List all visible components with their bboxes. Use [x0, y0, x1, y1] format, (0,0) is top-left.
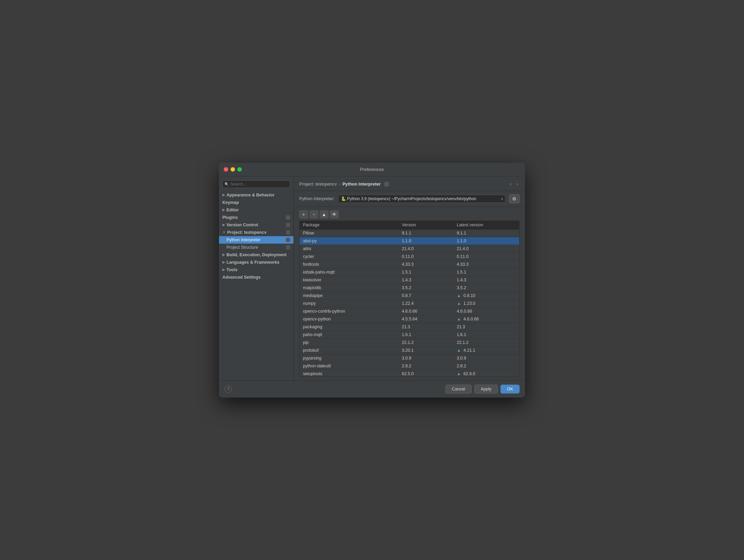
table-row[interactable]: matplotlib3.5.23.5.2 — [300, 284, 519, 292]
package-name: paho-mqtt — [300, 331, 399, 338]
search-icon: 🔍 — [224, 182, 229, 186]
sidebar-item-keymap[interactable]: Keymap — [219, 199, 293, 206]
sidebar-item-label: Project Structure — [226, 245, 258, 250]
packages-toolbar: + − ▲ 👁 — [299, 210, 520, 218]
table-row[interactable]: pip22.1.222.1.2 — [300, 338, 519, 346]
package-version: 0.11.0 — [399, 252, 454, 260]
help-button[interactable]: ? — [224, 385, 232, 393]
sidebar-badge-icon — [286, 245, 290, 249]
sidebar-item-label: Plugins — [222, 215, 238, 220]
table-row[interactable]: numpy1.22.4▲ 1.23.0 — [300, 299, 519, 307]
sidebar-item-tools[interactable]: ▶Tools — [219, 266, 293, 274]
content-area: Project: testopencv › Python Interpreter… — [294, 176, 525, 380]
table-row[interactable]: absl-py1.1.01.1.0 — [300, 237, 519, 245]
col-header-0: Package — [300, 221, 399, 229]
table-header-row: PackageVersionLatest version — [300, 221, 519, 229]
packages-tbody: Pillow9.1.19.1.1absl-py1.1.01.1.0attrs21… — [300, 229, 519, 377]
nav-back-button[interactable]: ‹ — [508, 180, 513, 188]
packages-section: + − ▲ 👁 PackageVersionLatest version Pil… — [294, 207, 525, 380]
sidebar-items-container: ▶Appearance & BehaviorKeymap▶EditorPlugi… — [219, 191, 293, 281]
package-latest: ▲ 4.21.1 — [453, 346, 519, 354]
sidebar-item-label: Tools — [226, 267, 237, 272]
maximize-button[interactable] — [237, 167, 242, 172]
upgrade-arrow-icon: ▲ — [457, 301, 462, 306]
interpreter-label: Python Interpreter: — [299, 196, 335, 201]
content-header: Project: testopencv › Python Interpreter… — [294, 176, 525, 191]
sidebar-item-version-control[interactable]: ▶Version Control — [219, 221, 293, 229]
ok-button[interactable]: OK — [501, 385, 520, 393]
table-row[interactable]: protobuf3.20.1▲ 4.21.1 — [300, 346, 519, 354]
package-name: opencv-contrib-python — [300, 307, 399, 315]
main-layout: 🔍 ▶Appearance & BehaviorKeymap▶EditorPlu… — [219, 176, 525, 380]
table-row[interactable]: iottalk-paho-mqtt1.5.11.5.1 — [300, 268, 519, 276]
sidebar-item-project-testopencv[interactable]: ▼Project: testopencv — [219, 229, 293, 236]
sidebar-item-label: Appearance & Behavior — [226, 193, 274, 197]
package-name: opencv-python — [300, 315, 399, 323]
preferences-window: Preferences 🔍 ▶Appearance & BehaviorKeym… — [219, 163, 525, 398]
search-box[interactable]: 🔍 — [222, 180, 290, 188]
nav-forward-button[interactable]: › — [515, 180, 520, 188]
close-button[interactable] — [224, 167, 228, 172]
upgrade-arrow-icon: ▲ — [457, 293, 462, 298]
sidebar-item-python-interpreter[interactable]: Python Interpreter — [219, 236, 293, 244]
col-header-1: Version — [399, 221, 454, 229]
sidebar-item-languages-frameworks[interactable]: ▶Languages & Frameworks — [219, 259, 293, 266]
nav-arrows: ‹ › — [508, 180, 520, 188]
sidebar-item-advanced-settings[interactable]: Advanced Settings — [219, 274, 293, 281]
package-name: protobuf — [300, 346, 399, 354]
sidebar-badge-icon — [286, 215, 290, 220]
search-input[interactable] — [222, 180, 290, 188]
package-latest: ▲ 4.6.0.66 — [453, 315, 519, 323]
apply-button[interactable]: Apply — [474, 385, 498, 393]
upgrade-package-button[interactable]: ▲ — [320, 210, 328, 218]
table-row[interactable]: mediapipe0.8.7▲ 0.8.10 — [300, 292, 519, 299]
traffic-lights — [224, 167, 242, 172]
package-name: python-dateutil — [300, 362, 399, 370]
package-version: 1.4.3 — [399, 276, 454, 284]
package-name: absl-py — [300, 237, 399, 245]
table-row[interactable]: setuptools62.5.0▲ 62.6.0 — [300, 370, 519, 377]
sidebar-badge-icon — [286, 230, 290, 234]
interpreter-select[interactable]: 🐍 Python 3.9 (testopencv) ~/PycharmProje… — [338, 195, 506, 203]
minimize-button[interactable] — [231, 167, 235, 172]
interpreter-settings-button[interactable]: ⚙ — [509, 194, 520, 203]
package-name: mediapipe — [300, 292, 399, 299]
table-row[interactable]: fonttools4.33.34.33.3 — [300, 260, 519, 268]
sidebar-item-appearance-behavior[interactable]: ▶Appearance & Behavior — [219, 191, 293, 199]
interpreter-row: Python Interpreter: 🐍 Python 3.9 (testop… — [294, 191, 525, 207]
sidebar-item-project-structure[interactable]: Project Structure — [219, 244, 293, 251]
package-latest: 3.5.2 — [453, 284, 519, 292]
table-row[interactable]: cycler0.11.00.11.0 — [300, 252, 519, 260]
package-latest: 1.5.1 — [453, 268, 519, 276]
table-row[interactable]: pyparsing3.0.93.0.9 — [300, 354, 519, 362]
table-row[interactable]: Pillow9.1.19.1.1 — [300, 229, 519, 237]
table-row[interactable]: paho-mqtt1.6.11.6.1 — [300, 331, 519, 338]
sidebar-item-label: Python Interpreter — [226, 238, 260, 242]
cancel-button[interactable]: Cancel — [445, 385, 472, 393]
remove-package-button[interactable]: − — [309, 210, 318, 218]
sidebar-item-label: Advanced Settings — [222, 275, 261, 280]
table-row[interactable]: packaging21.321.3 — [300, 323, 519, 331]
package-latest: 4.33.3 — [453, 260, 519, 268]
package-version: 4.33.3 — [399, 260, 454, 268]
add-package-button[interactable]: + — [299, 210, 308, 218]
table-row[interactable]: opencv-python4.5.5.64▲ 4.6.0.66 — [300, 315, 519, 323]
table-row[interactable]: kiwisolver1.4.31.4.3 — [300, 276, 519, 284]
package-version: 9.1.1 — [399, 229, 454, 237]
package-version: 4.6.0.66 — [399, 307, 454, 315]
breadcrumb-badge-icon — [384, 182, 389, 187]
package-latest: 3.0.9 — [453, 354, 519, 362]
show-details-button[interactable]: 👁 — [330, 210, 339, 218]
sidebar-item-plugins[interactable]: Plugins — [219, 214, 293, 221]
sidebar-item-editor[interactable]: ▶Editor — [219, 206, 293, 214]
breadcrumb-separator: › — [339, 181, 340, 187]
sidebar-item-build-execution[interactable]: ▶Build, Execution, Deployment — [219, 251, 293, 259]
package-name: Pillow — [300, 229, 399, 237]
table-row[interactable]: opencv-contrib-python4.6.0.664.6.0.66 — [300, 307, 519, 315]
package-name: fonttools — [300, 260, 399, 268]
package-latest: 22.1.2 — [453, 338, 519, 346]
sidebar-badge-icon — [286, 223, 290, 227]
table-row[interactable]: python-dateutil2.8.22.8.2 — [300, 362, 519, 370]
table-row[interactable]: attrs21.4.021.4.0 — [300, 245, 519, 252]
package-latest: 2.8.2 — [453, 362, 519, 370]
